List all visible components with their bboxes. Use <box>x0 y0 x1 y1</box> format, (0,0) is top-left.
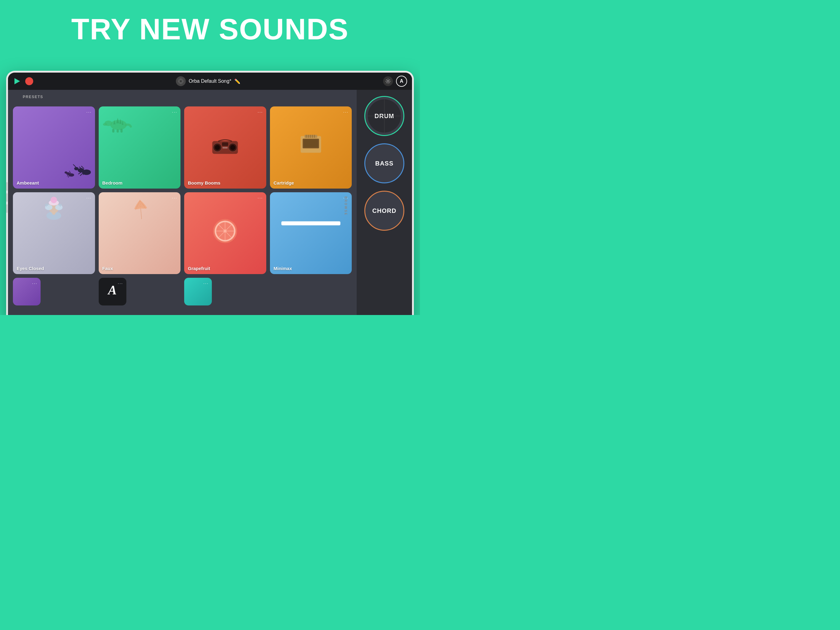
settings-button[interactable] <box>383 76 393 86</box>
svg-point-53 <box>51 196 57 203</box>
svg-rect-28 <box>120 129 122 133</box>
svg-line-58 <box>60 204 61 206</box>
card-dots-row3-1[interactable]: ··· <box>32 281 38 286</box>
svg-rect-27 <box>117 129 119 133</box>
card-dots-row3-2[interactable]: ··· <box>118 281 123 286</box>
preset-card-row3-3[interactable]: ··· <box>184 278 212 306</box>
card-dots-grapefruit[interactable]: ··· <box>257 195 263 200</box>
card-dots-eyes-closed[interactable]: ··· <box>87 195 92 200</box>
preset-card-faux[interactable]: ··· Faux <box>99 192 181 274</box>
preset-card-bedroom[interactable]: ··· Bedroom <box>99 106 181 188</box>
bass-button[interactable]: BASS <box>364 143 404 184</box>
card-dots-cartridge[interactable]: ··· <box>343 109 349 114</box>
svg-rect-39 <box>223 147 228 149</box>
top-bar: Orba Default Song* ✏️ A <box>8 73 412 90</box>
main-content: PRESETS <box>8 90 412 315</box>
user-avatar[interactable]: A <box>396 76 407 87</box>
record-button[interactable] <box>25 77 33 85</box>
card-dots-bedroom[interactable]: ··· <box>172 109 177 114</box>
card-label-cartridge: Cartridge <box>274 180 294 185</box>
tablet-inner: Orba Default Song* ✏️ A PRE <box>8 73 412 315</box>
svg-point-74 <box>224 230 227 233</box>
drum-dividers <box>368 99 401 133</box>
browse-label: BROWSE <box>344 196 347 216</box>
svg-rect-26 <box>112 129 114 133</box>
presets-grid: ··· Ambeeant <box>13 106 352 274</box>
card-label-ambeeant: Ambeeant <box>17 180 39 185</box>
svg-point-25 <box>103 123 107 126</box>
svg-point-8 <box>77 168 84 172</box>
tablet-side-buttons <box>6 180 8 215</box>
preset-card-ambeeant[interactable]: ··· Ambeeant <box>13 106 95 188</box>
side-button-3 <box>6 204 8 213</box>
preset-card-boomy[interactable]: ··· Boomy Booms <box>184 106 266 188</box>
drum-button[interactable]: DRUM <box>364 96 404 136</box>
chord-label: CHORD <box>373 207 396 214</box>
card-label-grapefruit: Grapefruit <box>188 266 210 271</box>
presets-panel: PRESETS <box>8 90 357 315</box>
card-label-minimax: Minimax <box>274 266 292 271</box>
card-label-bedroom: Bedroom <box>103 180 123 185</box>
presets-grid-container: ··· Ambeeant <box>8 101 357 315</box>
svg-point-1 <box>180 80 182 82</box>
top-bar-right: A <box>383 76 407 87</box>
svg-point-35 <box>215 145 220 150</box>
card-dots-boomy[interactable]: ··· <box>257 109 263 114</box>
svg-line-16 <box>73 164 76 167</box>
svg-rect-38 <box>222 142 228 146</box>
svg-line-56 <box>46 204 46 206</box>
svg-point-6 <box>387 80 389 82</box>
edit-icon[interactable]: ✏️ <box>234 78 240 84</box>
preset-card-row3-2[interactable]: A ··· <box>99 278 126 306</box>
svg-rect-48 <box>303 140 318 147</box>
card-dots-ambeeant[interactable]: ··· <box>87 109 92 114</box>
svg-rect-44 <box>309 135 311 138</box>
svg-rect-46 <box>314 135 315 138</box>
song-info: Orba Default Song* ✏️ <box>37 76 379 86</box>
preset-card-cartridge[interactable]: ··· Cartridge <box>270 106 352 188</box>
preset-card-eyes-closed[interactable]: ··· Eyes Closed <box>13 192 95 274</box>
play-button[interactable] <box>13 77 22 85</box>
card-label-boomy: Boomy Booms <box>188 180 221 185</box>
presets-tab[interactable]: PRESETS <box>18 92 48 101</box>
side-button-2 <box>6 193 8 202</box>
svg-rect-45 <box>312 135 313 138</box>
presets-row3: ··· A ··· ··· <box>13 278 352 306</box>
drum-inner: DRUM <box>368 99 401 133</box>
svg-rect-42 <box>306 135 306 138</box>
tablet-frame: Orba Default Song* ✏️ A PRE <box>6 71 414 315</box>
svg-line-59 <box>59 204 60 205</box>
play-icon <box>14 78 20 84</box>
song-name: Orba Default Song* <box>189 78 232 84</box>
bass-label: BASS <box>375 160 393 167</box>
hero-title: TRY NEW SOUNDS <box>0 0 420 46</box>
card-dots-row3-3[interactable]: ··· <box>203 281 209 286</box>
side-button-1 <box>6 182 8 191</box>
card-label-eyes-closed: Eyes Closed <box>17 266 44 271</box>
card-dots-faux[interactable]: ··· <box>172 195 177 200</box>
chord-button[interactable]: CHORD <box>364 191 404 231</box>
card-label-faux: Faux <box>103 266 113 271</box>
svg-rect-43 <box>308 135 309 138</box>
svg-line-57 <box>47 204 47 205</box>
preset-card-minimax[interactable]: ··· Minimax <box>270 192 352 274</box>
svg-point-19 <box>65 171 67 174</box>
instrument-panel: DRUM BASS CHORD <box>357 90 412 315</box>
preset-card-grapefruit[interactable]: ··· Grapefruit <box>184 192 266 274</box>
svg-point-37 <box>230 145 235 150</box>
preset-card-row3-1[interactable]: ··· <box>13 278 41 306</box>
song-avatar <box>176 76 186 86</box>
